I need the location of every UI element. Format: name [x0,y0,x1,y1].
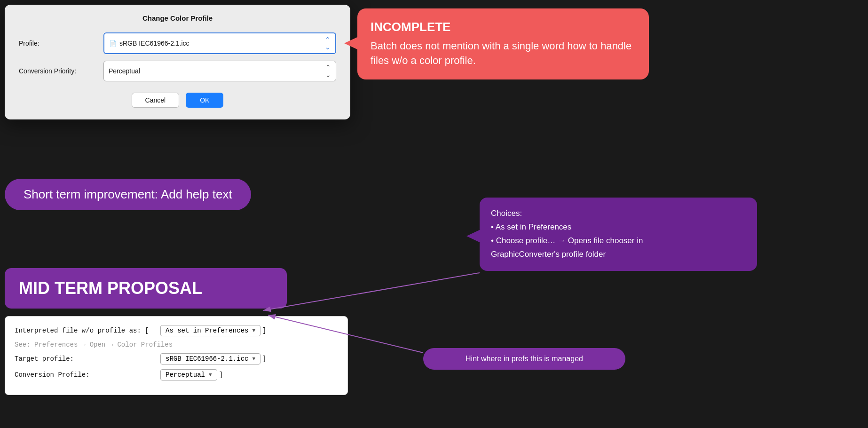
proposed-label-conversion: Conversion Profile: [15,371,160,379]
proposed-arrow-interpreted: ▼ [252,328,255,333]
choices-callout: Choices: • As set in Preferences • Choos… [480,198,757,271]
proposed-select-conversion[interactable]: Perceptual ▼ [160,369,217,380]
dialog-buttons: Cancel OK [19,93,336,108]
choices-line2: • As set in Preferences [491,222,571,231]
incomplete-title: INCOMPLETE [371,20,636,34]
profile-chevron-icon: ⌃⌄ [325,36,331,51]
proposed-arrow-target: ▼ [252,356,255,362]
proposed-select-target[interactable]: sRGB IEC61966-2.1.icc ▼ [160,353,260,365]
proposed-bracket-close-3: ] [219,371,223,379]
conversion-priority-row: Conversion Priority: Perceptual ⌃⌄ [19,61,336,81]
choices-line3: • Choose profile… → Opens file chooser i… [491,236,643,245]
hint-callout: Hint where in prefs this is managed [423,348,625,370]
file-icon: 📄 [109,40,117,47]
profile-label: Profile: [19,40,103,47]
change-color-profile-dialog: Change Color Profile Profile: 📄 sRGB IEC… [5,5,350,119]
proposed-select-interpreted[interactable]: As set in Preferences ▼ [160,325,260,336]
conversion-select[interactable]: Perceptual ⌃⌄ [103,61,336,81]
short-term-banner: Short term improvement: Add help text [5,179,251,210]
ok-button[interactable]: OK [186,93,223,108]
proposed-arrow-conversion: ▼ [209,372,212,378]
profile-row: Profile: 📄 sRGB IEC61966-2.1.icc ⌃⌄ [19,32,336,54]
proposed-value-interpreted: As set in Preferences [166,327,248,334]
proposed-bracket-close-2: ] [262,355,266,363]
choices-line1: Choices: [491,209,522,218]
choices-line4: GraphicConverter's profile folder [491,250,606,259]
proposed-dialog: Interpreted file w/o profile as: [ As se… [5,316,348,395]
choices-arrow-svg [263,263,489,320]
profile-select[interactable]: 📄 sRGB IEC61966-2.1.icc ⌃⌄ [103,32,336,54]
profile-value: sRGB IEC61966-2.1.icc [119,40,189,47]
svg-line-2 [263,273,480,310]
proposed-value-target: sRGB IEC61966-2.1.icc [166,355,248,363]
proposed-row-interpreted: Interpreted file w/o profile as: [ As se… [15,325,338,336]
proposed-row-conversion: Conversion Profile: Perceptual ▼ ] [15,369,338,380]
proposed-row-hint: See: Preferences → Open → Color Profiles [15,341,338,349]
proposed-label-target: Target profile: [15,355,160,363]
proposed-value-conversion: Perceptual [166,371,205,379]
conversion-chevron-icon: ⌃⌄ [325,63,331,79]
conversion-label: Conversion Priority: [19,67,103,75]
mid-term-banner: MID TERM PROPOSAL [5,268,287,309]
cancel-button[interactable]: Cancel [132,93,180,108]
proposed-label-interpreted: Interpreted file w/o profile as: [ [15,327,160,334]
proposed-hint-text: See: Preferences → Open → Color Profiles [15,341,338,349]
dialog-title: Change Color Profile [19,14,336,22]
incomplete-callout: INCOMPLETE Batch does not mention with a… [357,8,649,79]
choices-text: Choices: • As set in Preferences • Choos… [491,207,746,262]
conversion-value: Perceptual [109,67,140,75]
proposed-row-target: Target profile: sRGB IEC61966-2.1.icc ▼ … [15,353,338,365]
proposed-bracket-close: ] [262,327,266,334]
incomplete-body: Batch does not mention with a single wor… [371,39,636,68]
